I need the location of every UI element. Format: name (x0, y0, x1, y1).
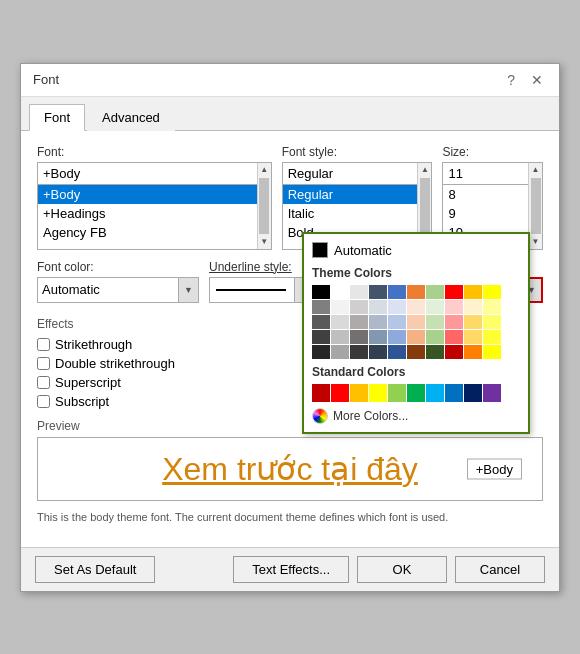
theme-swatch-1-6[interactable] (426, 300, 444, 314)
theme-swatch-4-0[interactable] (312, 345, 330, 359)
auto-color-row[interactable]: Automatic (312, 242, 520, 258)
font-color-arrow-icon[interactable]: ▼ (178, 278, 198, 302)
theme-swatch-3-6[interactable] (426, 330, 444, 344)
std-swatch-9[interactable] (483, 384, 501, 402)
scroll-thumb[interactable] (259, 178, 269, 234)
font-input[interactable] (38, 163, 257, 185)
scroll-down-icon[interactable]: ▼ (257, 235, 271, 249)
size-8[interactable]: 8 (443, 185, 528, 204)
strikethrough-checkbox[interactable] (37, 338, 50, 351)
theme-swatch-2-3[interactable] (369, 315, 387, 329)
size-9[interactable]: 9 (443, 204, 528, 223)
text-effects-button[interactable]: Text Effects... (233, 556, 349, 583)
theme-swatch-4-5[interactable] (407, 345, 425, 359)
more-colors-row[interactable]: More Colors... (312, 408, 520, 424)
theme-swatch-0-9[interactable] (483, 285, 501, 299)
theme-swatch-1-3[interactable] (369, 300, 387, 314)
std-swatch-1[interactable] (331, 384, 349, 402)
theme-swatch-0-4[interactable] (388, 285, 406, 299)
theme-swatch-3-5[interactable] (407, 330, 425, 344)
theme-swatch-4-9[interactable] (483, 345, 501, 359)
font-list[interactable]: +Body +Headings Agency FB Algerian Arial (38, 185, 257, 247)
style-regular[interactable]: Regular (283, 185, 418, 204)
theme-swatch-4-3[interactable] (369, 345, 387, 359)
theme-swatch-1-1[interactable] (331, 300, 349, 314)
theme-swatch-2-2[interactable] (350, 315, 368, 329)
theme-swatch-0-6[interactable] (426, 285, 444, 299)
std-swatch-6[interactable] (426, 384, 444, 402)
std-swatch-0[interactable] (312, 384, 330, 402)
theme-swatch-1-7[interactable] (445, 300, 463, 314)
theme-swatch-1-9[interactable] (483, 300, 501, 314)
theme-swatch-3-0[interactable] (312, 330, 330, 344)
theme-swatch-2-6[interactable] (426, 315, 444, 329)
theme-swatch-2-8[interactable] (464, 315, 482, 329)
std-swatch-7[interactable] (445, 384, 463, 402)
theme-swatch-3-1[interactable] (331, 330, 349, 344)
set-default-button[interactable]: Set As Default (35, 556, 155, 583)
std-swatch-5[interactable] (407, 384, 425, 402)
size-input[interactable] (443, 163, 528, 185)
size-scrollbar[interactable]: ▲ ▼ (528, 163, 542, 249)
size-scroll-down-icon[interactable]: ▼ (529, 235, 543, 249)
font-listbox[interactable]: +Body +Headings Agency FB Algerian Arial… (37, 162, 272, 250)
style-italic[interactable]: Italic (283, 204, 418, 223)
theme-swatch-0-7[interactable] (445, 285, 463, 299)
style-scroll-thumb[interactable] (420, 178, 430, 234)
scroll-up-icon[interactable]: ▲ (257, 163, 271, 177)
std-swatch-2[interactable] (350, 384, 368, 402)
theme-swatch-4-8[interactable] (464, 345, 482, 359)
theme-swatch-3-9[interactable] (483, 330, 501, 344)
theme-swatch-0-3[interactable] (369, 285, 387, 299)
theme-swatch-1-5[interactable] (407, 300, 425, 314)
theme-swatch-1-4[interactable] (388, 300, 406, 314)
theme-swatch-4-7[interactable] (445, 345, 463, 359)
std-swatch-3[interactable] (369, 384, 387, 402)
theme-swatch-2-7[interactable] (445, 315, 463, 329)
theme-swatch-2-9[interactable] (483, 315, 501, 329)
theme-swatch-0-5[interactable] (407, 285, 425, 299)
right-buttons: Text Effects... OK Cancel (233, 556, 545, 583)
theme-swatch-2-4[interactable] (388, 315, 406, 329)
std-swatch-8[interactable] (464, 384, 482, 402)
theme-swatch-0-1[interactable] (331, 285, 349, 299)
theme-swatch-3-3[interactable] (369, 330, 387, 344)
cancel-button[interactable]: Cancel (455, 556, 545, 583)
font-item-algerian[interactable]: Algerian (38, 242, 257, 247)
style-scroll-up-icon[interactable]: ▲ (418, 163, 432, 177)
theme-swatch-3-4[interactable] (388, 330, 406, 344)
theme-swatch-4-4[interactable] (388, 345, 406, 359)
size-scroll-up-icon[interactable]: ▲ (529, 163, 543, 177)
theme-swatch-0-2[interactable] (350, 285, 368, 299)
subscript-checkbox[interactable] (37, 395, 50, 408)
font-item-agencyfb[interactable]: Agency FB (38, 223, 257, 242)
font-item-body[interactable]: +Body (38, 185, 257, 204)
theme-swatch-4-6[interactable] (426, 345, 444, 359)
style-input[interactable] (283, 163, 418, 185)
font-color-select[interactable]: Automatic ▼ (37, 277, 199, 303)
theme-swatch-0-8[interactable] (464, 285, 482, 299)
theme-swatch-2-1[interactable] (331, 315, 349, 329)
std-swatch-4[interactable] (388, 384, 406, 402)
help-button[interactable]: ? (503, 72, 519, 88)
theme-swatch-3-2[interactable] (350, 330, 368, 344)
font-item-headings[interactable]: +Headings (38, 204, 257, 223)
theme-swatch-4-2[interactable] (350, 345, 368, 359)
tab-font[interactable]: Font (29, 104, 85, 131)
size-scroll-thumb[interactable] (531, 178, 541, 234)
ok-button[interactable]: OK (357, 556, 447, 583)
theme-swatch-2-5[interactable] (407, 315, 425, 329)
font-scrollbar[interactable]: ▲ ▼ (257, 163, 271, 249)
theme-swatch-0-0[interactable] (312, 285, 330, 299)
theme-swatch-1-8[interactable] (464, 300, 482, 314)
theme-swatch-4-1[interactable] (331, 345, 349, 359)
tab-advanced[interactable]: Advanced (87, 104, 175, 131)
close-button[interactable]: ✕ (527, 72, 547, 88)
theme-swatch-1-0[interactable] (312, 300, 330, 314)
double-strikethrough-checkbox[interactable] (37, 357, 50, 370)
superscript-checkbox[interactable] (37, 376, 50, 389)
theme-swatch-1-2[interactable] (350, 300, 368, 314)
theme-swatch-3-8[interactable] (464, 330, 482, 344)
theme-swatch-2-0[interactable] (312, 315, 330, 329)
theme-swatch-3-7[interactable] (445, 330, 463, 344)
